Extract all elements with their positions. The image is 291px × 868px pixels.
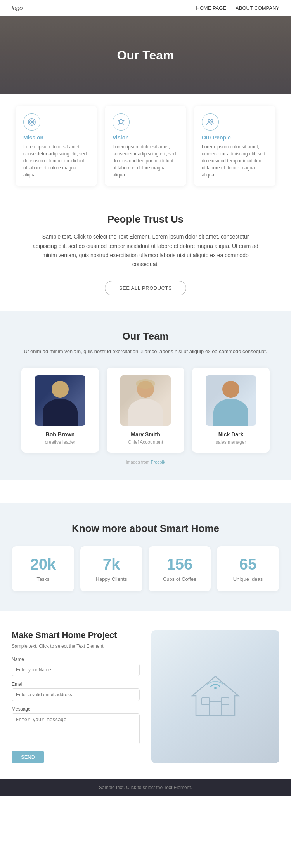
email-form-group: Email xyxy=(12,682,140,701)
svg-rect-5 xyxy=(210,702,221,715)
svg-point-3 xyxy=(208,120,211,122)
nick-name: Nick Dark xyxy=(200,431,262,437)
trust-section: People Trust Us Sample text. Click to se… xyxy=(0,194,291,311)
nav-links: HOME PAGE ABOUT COMPANY xyxy=(196,5,279,11)
email-input[interactable] xyxy=(12,688,140,701)
message-textarea[interactable] xyxy=(12,713,140,744)
team-card-mary: Mary Smith Chief Accountant xyxy=(107,368,184,453)
stats-section: Know more about Smart Home 20k Tasks 7k … xyxy=(0,503,291,611)
vision-title: Vision xyxy=(113,134,178,141)
team-card-bob: Bob Brown creative leader xyxy=(21,368,99,453)
bob-photo xyxy=(35,375,85,426)
contact-title: Make Smart Home Project xyxy=(12,630,140,640)
feature-card-mission: Mission Lorem ipsum dolor sit amet, cons… xyxy=(16,106,97,186)
team-title: Our Team xyxy=(12,330,279,342)
freepik-link[interactable]: Freepik xyxy=(151,460,165,464)
contact-form-side: Make Smart Home Project Sample text. Cli… xyxy=(12,630,140,763)
team-card-nick: Nick Dark sales manager xyxy=(192,368,270,453)
mission-icon xyxy=(23,113,40,131)
svg-rect-7 xyxy=(221,698,229,705)
team-cards: Bob Brown creative leader Mary Smith Chi… xyxy=(12,368,279,453)
bob-name: Bob Brown xyxy=(29,431,91,437)
stat-coffee: 156 Cups of Coffee xyxy=(149,546,211,591)
logo: logo xyxy=(12,5,23,11)
feature-card-vision: Vision Lorem ipsum dolor sit amet, conse… xyxy=(105,106,186,186)
stat-tasks-label: Tasks xyxy=(20,576,66,582)
stat-ideas: 65 Unique Ideas xyxy=(217,546,279,591)
stats-grid: 20k Tasks 7k Happy Clients 156 Cups of C… xyxy=(12,546,279,591)
trust-title: People Trust Us xyxy=(31,213,260,225)
see-all-button[interactable]: SEE ALL PRODUCTS xyxy=(105,281,186,295)
name-label: Name xyxy=(12,657,140,662)
nick-photo xyxy=(206,375,256,426)
name-form-group: Name xyxy=(12,657,140,676)
navbar: logo HOME PAGE ABOUT COMPANY xyxy=(0,0,291,16)
team-subtitle: Ut enim ad minim veniam, quis nostrud ex… xyxy=(12,348,279,356)
stat-coffee-label: Cups of Coffee xyxy=(156,576,203,582)
stat-clients-number: 7k xyxy=(88,556,135,573)
email-label: Email xyxy=(12,682,140,687)
mary-photo xyxy=(120,375,171,426)
mary-role: Chief Accountant xyxy=(128,439,163,445)
trust-body: Sample text. Click to select the Text El… xyxy=(31,232,260,269)
message-label: Message xyxy=(12,706,140,712)
stat-ideas-number: 65 xyxy=(225,556,271,573)
contact-note: Sample text. Click to select the Text El… xyxy=(12,643,140,649)
stat-ideas-label: Unique Ideas xyxy=(225,576,271,582)
mission-title: Mission xyxy=(23,134,89,141)
contact-image xyxy=(151,630,279,763)
svg-point-8 xyxy=(214,687,217,689)
smart-home-icon xyxy=(184,665,246,728)
mary-name: Mary Smith xyxy=(114,431,177,437)
people-icon xyxy=(202,113,219,131)
svg-point-2 xyxy=(31,121,33,123)
message-form-group: Message xyxy=(12,706,140,746)
feature-card-people: Our People Lorem ipsum dolor sit amet, c… xyxy=(194,106,275,186)
freepik-note: Images from Freepik xyxy=(12,460,279,464)
vision-body: Lorem ipsum dolor sit amet, consectetur … xyxy=(113,143,178,178)
nav-about[interactable]: ABOUT COMPANY xyxy=(236,5,279,11)
stat-clients: 7k Happy Clients xyxy=(80,546,142,591)
hero-section: Our Team xyxy=(0,16,291,94)
nav-home[interactable]: HOME PAGE xyxy=(196,5,226,11)
stat-tasks-number: 20k xyxy=(20,556,66,573)
name-input[interactable] xyxy=(12,664,140,676)
svg-rect-6 xyxy=(202,698,210,705)
svg-point-4 xyxy=(211,120,213,122)
bob-role: creative leader xyxy=(45,439,76,445)
our-people-title: Our People xyxy=(202,134,268,141)
send-button[interactable]: SEND xyxy=(12,751,44,763)
contact-section: Make Smart Home Project Sample text. Cli… xyxy=(0,611,291,779)
stat-tasks: 20k Tasks xyxy=(12,546,74,591)
team-section: Our Team Ut enim ad minim veniam, quis n… xyxy=(0,311,291,480)
vision-icon xyxy=(113,113,130,131)
stat-coffee-number: 156 xyxy=(156,556,203,573)
stat-clients-label: Happy Clients xyxy=(88,576,135,582)
footer: Sample text. Click to select the Text El… xyxy=(0,779,291,796)
svg-point-1 xyxy=(30,120,34,124)
our-people-body: Lorem ipsum dolor sit amet, consectetur … xyxy=(202,143,268,178)
footer-text: Sample text. Click to select the Text El… xyxy=(99,785,192,790)
hero-title: Our Team xyxy=(117,48,174,63)
mission-body: Lorem ipsum dolor sit amet, consectetur … xyxy=(23,143,89,178)
nick-role: sales manager xyxy=(216,439,246,445)
features-section: Mission Lorem ipsum dolor sit amet, cons… xyxy=(0,94,291,194)
svg-point-0 xyxy=(28,119,35,125)
stats-title: Know more about Smart Home xyxy=(12,523,279,535)
